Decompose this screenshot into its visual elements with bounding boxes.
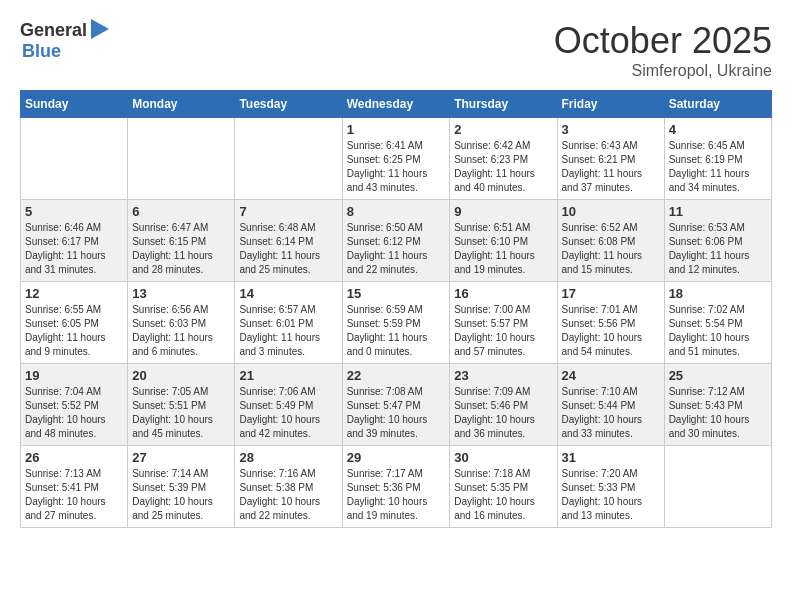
day-info: Sunrise: 6:50 AM Sunset: 6:12 PM Dayligh… [347,221,446,277]
day-number: 30 [454,450,552,465]
day-number: 27 [132,450,230,465]
day-number: 22 [347,368,446,383]
day-info: Sunrise: 6:43 AM Sunset: 6:21 PM Dayligh… [562,139,660,195]
day-info: Sunrise: 7:01 AM Sunset: 5:56 PM Dayligh… [562,303,660,359]
weekday-header-row: SundayMondayTuesdayWednesdayThursdayFrid… [21,91,772,118]
calendar-cell: 5Sunrise: 6:46 AM Sunset: 6:17 PM Daylig… [21,200,128,282]
day-info: Sunrise: 6:59 AM Sunset: 5:59 PM Dayligh… [347,303,446,359]
day-number: 3 [562,122,660,137]
title-block: October 2025 Simferopol, Ukraine [554,20,772,80]
day-number: 13 [132,286,230,301]
weekday-header-wednesday: Wednesday [342,91,450,118]
calendar-cell: 16Sunrise: 7:00 AM Sunset: 5:57 PM Dayli… [450,282,557,364]
weekday-header-tuesday: Tuesday [235,91,342,118]
day-info: Sunrise: 6:48 AM Sunset: 6:14 PM Dayligh… [239,221,337,277]
day-number: 16 [454,286,552,301]
day-info: Sunrise: 7:06 AM Sunset: 5:49 PM Dayligh… [239,385,337,441]
day-number: 5 [25,204,123,219]
day-info: Sunrise: 7:04 AM Sunset: 5:52 PM Dayligh… [25,385,123,441]
day-number: 6 [132,204,230,219]
day-info: Sunrise: 7:05 AM Sunset: 5:51 PM Dayligh… [132,385,230,441]
day-info: Sunrise: 7:20 AM Sunset: 5:33 PM Dayligh… [562,467,660,523]
calendar-cell: 25Sunrise: 7:12 AM Sunset: 5:43 PM Dayli… [664,364,771,446]
day-number: 8 [347,204,446,219]
calendar-cell: 1Sunrise: 6:41 AM Sunset: 6:25 PM Daylig… [342,118,450,200]
calendar-week-row-3: 12Sunrise: 6:55 AM Sunset: 6:05 PM Dayli… [21,282,772,364]
calendar-cell: 14Sunrise: 6:57 AM Sunset: 6:01 PM Dayli… [235,282,342,364]
day-number: 18 [669,286,767,301]
weekday-header-saturday: Saturday [664,91,771,118]
calendar-cell: 21Sunrise: 7:06 AM Sunset: 5:49 PM Dayli… [235,364,342,446]
calendar-cell [664,446,771,528]
weekday-header-monday: Monday [128,91,235,118]
calendar-cell: 27Sunrise: 7:14 AM Sunset: 5:39 PM Dayli… [128,446,235,528]
day-info: Sunrise: 6:46 AM Sunset: 6:17 PM Dayligh… [25,221,123,277]
calendar-cell [235,118,342,200]
calendar-cell: 2Sunrise: 6:42 AM Sunset: 6:23 PM Daylig… [450,118,557,200]
day-info: Sunrise: 7:02 AM Sunset: 5:54 PM Dayligh… [669,303,767,359]
calendar-cell: 26Sunrise: 7:13 AM Sunset: 5:41 PM Dayli… [21,446,128,528]
day-number: 23 [454,368,552,383]
calendar-cell: 28Sunrise: 7:16 AM Sunset: 5:38 PM Dayli… [235,446,342,528]
day-info: Sunrise: 6:42 AM Sunset: 6:23 PM Dayligh… [454,139,552,195]
logo: General Blue [20,20,109,62]
calendar-cell [21,118,128,200]
calendar-cell: 18Sunrise: 7:02 AM Sunset: 5:54 PM Dayli… [664,282,771,364]
day-info: Sunrise: 7:00 AM Sunset: 5:57 PM Dayligh… [454,303,552,359]
day-number: 29 [347,450,446,465]
calendar-cell: 10Sunrise: 6:52 AM Sunset: 6:08 PM Dayli… [557,200,664,282]
calendar-cell: 31Sunrise: 7:20 AM Sunset: 5:33 PM Dayli… [557,446,664,528]
day-number: 11 [669,204,767,219]
day-info: Sunrise: 7:10 AM Sunset: 5:44 PM Dayligh… [562,385,660,441]
day-info: Sunrise: 6:56 AM Sunset: 6:03 PM Dayligh… [132,303,230,359]
calendar-cell: 12Sunrise: 6:55 AM Sunset: 6:05 PM Dayli… [21,282,128,364]
calendar-cell: 11Sunrise: 6:53 AM Sunset: 6:06 PM Dayli… [664,200,771,282]
day-info: Sunrise: 6:55 AM Sunset: 6:05 PM Dayligh… [25,303,123,359]
day-info: Sunrise: 6:53 AM Sunset: 6:06 PM Dayligh… [669,221,767,277]
day-number: 31 [562,450,660,465]
calendar-cell: 24Sunrise: 7:10 AM Sunset: 5:44 PM Dayli… [557,364,664,446]
weekday-header-sunday: Sunday [21,91,128,118]
page-header: General Blue October 2025 Simferopol, Uk… [20,20,772,80]
day-number: 9 [454,204,552,219]
calendar-cell: 3Sunrise: 6:43 AM Sunset: 6:21 PM Daylig… [557,118,664,200]
day-number: 26 [25,450,123,465]
calendar-cell: 29Sunrise: 7:17 AM Sunset: 5:36 PM Dayli… [342,446,450,528]
weekday-header-thursday: Thursday [450,91,557,118]
calendar-cell: 4Sunrise: 6:45 AM Sunset: 6:19 PM Daylig… [664,118,771,200]
calendar-cell: 30Sunrise: 7:18 AM Sunset: 5:35 PM Dayli… [450,446,557,528]
logo-arrow-icon [91,19,109,39]
calendar-cell: 7Sunrise: 6:48 AM Sunset: 6:14 PM Daylig… [235,200,342,282]
calendar-table: SundayMondayTuesdayWednesdayThursdayFrid… [20,90,772,528]
day-info: Sunrise: 7:16 AM Sunset: 5:38 PM Dayligh… [239,467,337,523]
day-number: 24 [562,368,660,383]
day-number: 1 [347,122,446,137]
day-number: 7 [239,204,337,219]
day-number: 4 [669,122,767,137]
calendar-cell [128,118,235,200]
day-number: 10 [562,204,660,219]
day-info: Sunrise: 6:52 AM Sunset: 6:08 PM Dayligh… [562,221,660,277]
calendar-cell: 19Sunrise: 7:04 AM Sunset: 5:52 PM Dayli… [21,364,128,446]
day-info: Sunrise: 6:41 AM Sunset: 6:25 PM Dayligh… [347,139,446,195]
calendar-week-row-1: 1Sunrise: 6:41 AM Sunset: 6:25 PM Daylig… [21,118,772,200]
day-number: 28 [239,450,337,465]
calendar-cell: 13Sunrise: 6:56 AM Sunset: 6:03 PM Dayli… [128,282,235,364]
day-number: 25 [669,368,767,383]
day-info: Sunrise: 7:09 AM Sunset: 5:46 PM Dayligh… [454,385,552,441]
location-text: Simferopol, Ukraine [554,62,772,80]
calendar-week-row-5: 26Sunrise: 7:13 AM Sunset: 5:41 PM Dayli… [21,446,772,528]
calendar-cell: 22Sunrise: 7:08 AM Sunset: 5:47 PM Dayli… [342,364,450,446]
day-number: 2 [454,122,552,137]
day-info: Sunrise: 6:45 AM Sunset: 6:19 PM Dayligh… [669,139,767,195]
day-info: Sunrise: 7:17 AM Sunset: 5:36 PM Dayligh… [347,467,446,523]
day-number: 19 [25,368,123,383]
day-info: Sunrise: 6:51 AM Sunset: 6:10 PM Dayligh… [454,221,552,277]
day-info: Sunrise: 6:47 AM Sunset: 6:15 PM Dayligh… [132,221,230,277]
day-info: Sunrise: 7:12 AM Sunset: 5:43 PM Dayligh… [669,385,767,441]
day-number: 21 [239,368,337,383]
day-number: 20 [132,368,230,383]
day-number: 15 [347,286,446,301]
calendar-cell: 23Sunrise: 7:09 AM Sunset: 5:46 PM Dayli… [450,364,557,446]
month-title: October 2025 [554,20,772,62]
